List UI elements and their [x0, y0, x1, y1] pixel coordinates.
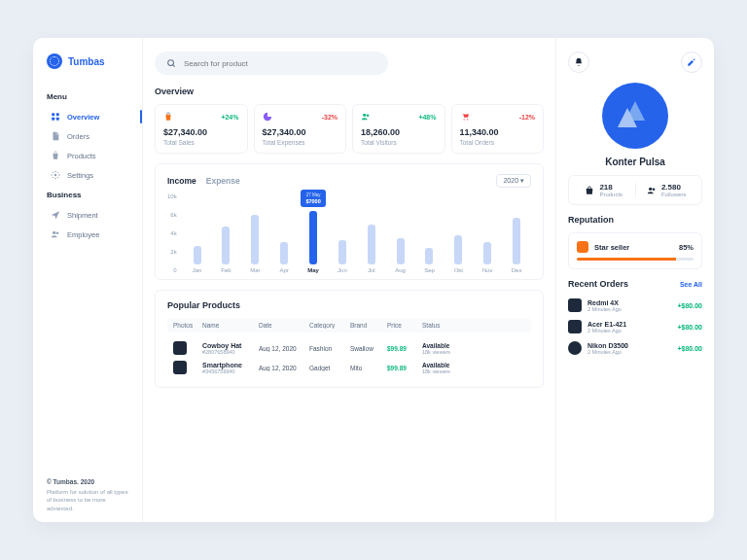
stat-card: -32%$27,340.00Total Expenses	[254, 104, 347, 154]
recent-order-item[interactable]: Acer E1-4212 Minutes Ago+$80.00	[568, 316, 702, 337]
y-tick: 10k	[167, 193, 177, 199]
col-photos: Photos	[173, 322, 202, 329]
bar-col[interactable]: Mar	[240, 215, 269, 273]
col-price: Price	[387, 322, 422, 329]
users-icon	[361, 112, 371, 122]
bar	[368, 225, 375, 264]
product-viewers: 18k viewers	[422, 349, 525, 355]
stat-label: Total Sales	[163, 139, 239, 146]
svg-point-10	[367, 115, 370, 118]
year-select[interactable]: 2020 ▾	[496, 174, 531, 188]
product-date: Aug 12, 2020	[259, 365, 309, 371]
search-input[interactable]	[184, 59, 376, 68]
product-name: Cowboy Hat	[202, 342, 259, 349]
overview-title: Overview	[155, 87, 544, 96]
bar-label: Okt	[454, 267, 463, 273]
stat-value: 18,260.00	[361, 127, 437, 137]
product-sku: #3456756940	[202, 368, 259, 374]
profile-stats: 218Products 2.580Followers	[568, 175, 702, 205]
sidebar-item-shipment[interactable]: Shipment	[47, 205, 132, 225]
svg-point-5	[53, 231, 55, 234]
see-all-link[interactable]: See All	[680, 281, 702, 288]
bar	[280, 242, 288, 264]
bar-label: Jun	[338, 267, 347, 273]
sidebar-item-orders[interactable]: Orders	[47, 126, 132, 146]
order-thumb	[568, 341, 582, 355]
chevron-down-icon: ▾	[520, 177, 524, 184]
product-price: $99.89	[387, 345, 422, 352]
bar	[454, 235, 462, 264]
product-viewers: 18k viewers	[422, 368, 525, 374]
bar	[309, 211, 317, 264]
bar-col[interactable]: Des	[502, 218, 531, 273]
table-row[interactable]: Smartphone#3456756940Aug 12, 2020GadgetM…	[167, 358, 531, 377]
notification-button[interactable]	[568, 52, 589, 73]
col-name: Name	[202, 322, 259, 329]
bar-label: Jul	[368, 267, 375, 273]
order-thumb	[568, 320, 582, 333]
order-name: Nikon D3500	[587, 342, 672, 349]
svg-point-12	[466, 119, 467, 120]
reputation-title: Reputation	[568, 215, 702, 225]
reputation-percent: 85%	[679, 243, 694, 252]
cart-icon	[460, 112, 470, 122]
popular-title: Popular Products	[167, 300, 531, 310]
reputation-box: Star seller 85%	[568, 232, 702, 269]
main-content: Overview +24%$27,340.00Total Sales-32%$2…	[142, 38, 556, 522]
bar-col[interactable]: Sep	[415, 248, 445, 273]
sidebar-item-products[interactable]: Products	[47, 146, 132, 165]
edit-button[interactable]	[681, 52, 702, 73]
bar-label: Feb	[221, 267, 231, 273]
bar-col[interactable]: Apr	[269, 242, 299, 273]
svg-line-8	[173, 65, 175, 67]
bar-label: May	[307, 267, 319, 273]
sidebar-item-settings[interactable]: Settings	[47, 165, 132, 185]
recent-order-item[interactable]: Redmi 4X2 Minutes Ago+$80.00	[568, 295, 702, 316]
sidebar-item-label: Overview	[67, 113, 99, 122]
stat-delta: +24%	[221, 114, 238, 121]
bar-col[interactable]: Jul	[357, 225, 386, 273]
stat-value: $27,340.00	[163, 127, 239, 137]
bar-col[interactable]: Jun	[328, 240, 357, 273]
bar-col[interactable]: Okt	[444, 235, 473, 273]
chart-bars: JanFebMarApr27 May$7000MayJunJulAugSepOk…	[183, 193, 531, 273]
chart-tabs: Income Expense	[167, 176, 240, 186]
bar	[194, 246, 201, 265]
y-tick: 4k	[167, 230, 177, 236]
svg-point-6	[56, 232, 59, 235]
stat-card: +24%$27,340.00Total Sales	[155, 104, 248, 154]
order-time: 2 Minutes Ago	[587, 349, 672, 355]
file-icon	[51, 131, 60, 141]
bar	[397, 238, 405, 264]
bell-icon	[574, 57, 584, 67]
product-sku: #2807658940	[202, 349, 259, 355]
avatar[interactable]	[602, 83, 668, 149]
bar-label: Apr	[280, 267, 289, 273]
recent-order-item[interactable]: Nikon D35002 Minutes Ago+$80.00	[568, 337, 702, 359]
bar-col[interactable]: Aug	[386, 238, 415, 273]
stat-followers: 2.580Followers	[636, 183, 698, 197]
search-bar[interactable]	[155, 52, 388, 75]
stat-delta: -12%	[519, 114, 535, 121]
stat-card: -12%11,340.00Total Orders	[451, 104, 545, 154]
tab-expense[interactable]: Expense	[206, 176, 240, 186]
logo[interactable]: Tumbas	[47, 53, 132, 69]
bar-col[interactable]: Feb	[212, 227, 241, 273]
svg-point-16	[653, 188, 656, 191]
table-row[interactable]: Cowboy Hat#2807658940Aug 12, 2020Fashion…	[167, 338, 531, 358]
grid-icon	[51, 112, 60, 122]
sidebar-item-employee[interactable]: Employee	[47, 225, 132, 244]
bar-label: Jan	[193, 267, 202, 273]
order-time: 2 Minutes Ago	[587, 306, 672, 312]
bar-label: Sep	[424, 267, 435, 273]
svg-rect-1	[56, 113, 59, 116]
order-amount: +$80.00	[678, 302, 703, 309]
bar-col[interactable]: Nov	[473, 242, 502, 273]
sidebar-item-overview[interactable]: Overview	[47, 107, 132, 126]
col-brand: Brand	[350, 322, 387, 329]
stat-delta: +48%	[418, 114, 436, 121]
bar-col[interactable]: Jan	[183, 246, 212, 274]
tab-income[interactable]: Income	[167, 176, 196, 186]
bar-col[interactable]: 27 May$7000May	[299, 211, 328, 273]
business-group-title: Business	[47, 191, 132, 199]
